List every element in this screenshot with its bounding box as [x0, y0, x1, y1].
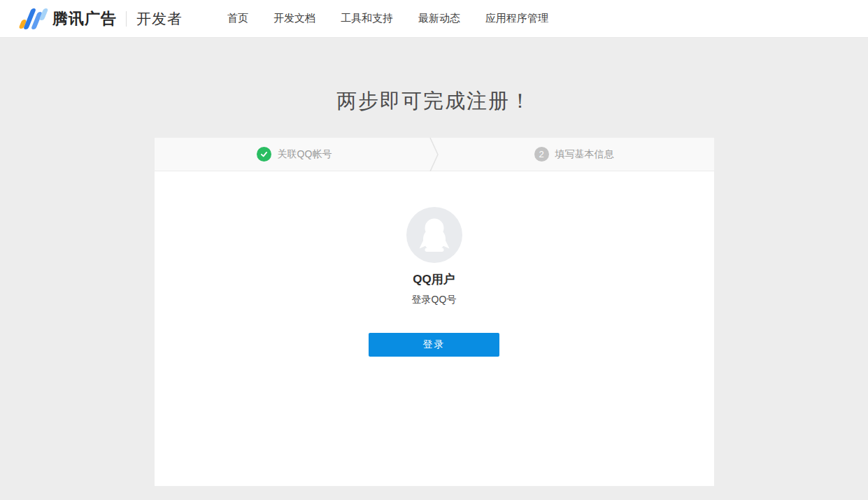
- qq-login-panel: QQ用户 登录QQ号 登录: [155, 207, 714, 357]
- registration-card: 关联QQ帐号 2 填写基本信息: [155, 138, 714, 486]
- subbrand-developer[interactable]: 开发者: [136, 9, 183, 29]
- page-title: 两步即可完成注册！: [0, 38, 868, 113]
- brand-name[interactable]: 腾讯广告: [52, 8, 117, 29]
- account-hint: 登录QQ号: [155, 294, 714, 306]
- registration-page: 两步即可完成注册！ 关联QQ帐号 2 填写基本信息: [0, 38, 868, 486]
- step-label: 填写基本信息: [555, 148, 614, 161]
- step-number-badge: 2: [534, 147, 549, 162]
- main-nav: 首页 开发文档 工具和支持 最新动态 应用程序管理: [227, 12, 548, 25]
- step-fill-basic-info: 2 填写基本信息: [434, 138, 714, 171]
- step-link-qq-account: 关联QQ帐号: [155, 138, 434, 171]
- qq-penguin-icon: [406, 207, 462, 263]
- chevron-right-icon: [429, 138, 440, 171]
- top-navbar: 腾讯广告 开发者 首页 开发文档 工具和支持 最新动态 应用程序管理: [0, 0, 868, 38]
- avatar: [406, 207, 462, 263]
- nav-item-home[interactable]: 首页: [227, 12, 248, 25]
- brand-divider: [126, 11, 127, 27]
- account-name: QQ用户: [155, 271, 714, 287]
- check-icon: [257, 147, 271, 162]
- nav-item-app-management[interactable]: 应用程序管理: [485, 12, 548, 25]
- nav-item-news[interactable]: 最新动态: [418, 12, 460, 25]
- nav-item-tools-support[interactable]: 工具和支持: [341, 12, 393, 25]
- nav-item-docs[interactable]: 开发文档: [273, 12, 315, 25]
- step-indicator: 关联QQ帐号 2 填写基本信息: [155, 138, 714, 171]
- tencent-ads-logo-icon: [20, 8, 46, 29]
- login-button[interactable]: 登录: [369, 333, 499, 357]
- step-label: 关联QQ帐号: [278, 148, 332, 161]
